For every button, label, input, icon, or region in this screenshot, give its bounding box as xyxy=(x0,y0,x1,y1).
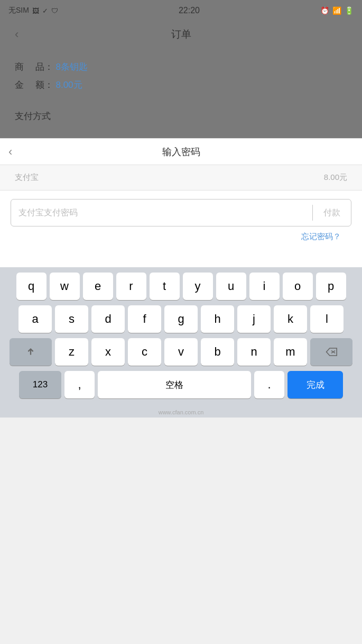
key-w[interactable]: w xyxy=(50,273,80,300)
carrier-label: 无SIM xyxy=(8,6,29,15)
password-modal: ‹ 输入密码 支付宝 8.00元 付款 忘记密码？ xyxy=(0,138,362,267)
space-key[interactable]: 空格 xyxy=(98,371,251,398)
password-back-button[interactable]: ‹ xyxy=(8,145,12,159)
battery-icon: 🔋 xyxy=(345,6,354,15)
image-icon: 🖼 xyxy=(32,7,39,15)
modal-amount-row xyxy=(0,253,362,267)
password-nav: ‹ 输入密码 xyxy=(0,139,362,165)
key-l[interactable]: l xyxy=(310,305,344,333)
status-time: 22:20 xyxy=(179,6,200,15)
key-f[interactable]: f xyxy=(128,305,161,333)
key-k[interactable]: k xyxy=(274,305,307,333)
payment-method-label: 支付方式 xyxy=(15,110,347,122)
key-y[interactable]: y xyxy=(183,273,213,300)
clock-icon: ⏰ xyxy=(320,6,329,15)
status-bar: 无SIM 🖼 ✓ 🛡 22:20 ⏰ 📶 🔋 xyxy=(0,0,362,21)
order-nav: ‹ 订单 xyxy=(15,21,347,48)
period-key[interactable]: . xyxy=(254,371,284,398)
pay-button[interactable]: 付款 xyxy=(313,207,351,219)
order-title: 订单 xyxy=(171,28,191,41)
shift-key[interactable] xyxy=(10,338,52,366)
key-x[interactable]: x xyxy=(91,338,125,366)
check-icon: ✓ xyxy=(42,7,48,15)
product-row: 商 品： 8条钥匙 xyxy=(15,58,347,76)
key-c[interactable]: c xyxy=(128,338,161,366)
status-left: 无SIM 🖼 ✓ 🛡 xyxy=(8,6,58,15)
key-i[interactable]: i xyxy=(249,273,280,300)
key-q[interactable]: q xyxy=(16,273,47,300)
numbers-key[interactable]: 123 xyxy=(19,371,61,398)
password-input-area: 付款 忘记密码？ xyxy=(0,191,362,253)
key-h[interactable]: h xyxy=(201,305,234,333)
password-field-wrapper: 付款 xyxy=(11,199,351,226)
key-m[interactable]: m xyxy=(274,338,307,366)
amount-label: 金 额： xyxy=(15,80,53,90)
key-e[interactable]: e xyxy=(83,273,113,300)
product-label: 商 品： xyxy=(15,62,53,72)
keyboard-row-2: a s d f g h j k l xyxy=(3,305,359,333)
key-v[interactable]: v xyxy=(164,338,198,366)
shield-icon: 🛡 xyxy=(51,7,58,15)
keyboard-row-4: 123 , 空格 . 完成 xyxy=(3,371,359,398)
keyboard-row-1: q w e r t y u i o p xyxy=(3,273,359,300)
watermark: www.cfan.com.cn xyxy=(0,407,362,418)
key-d[interactable]: d xyxy=(91,305,125,333)
key-b[interactable]: b xyxy=(201,338,234,366)
password-input[interactable] xyxy=(11,199,312,226)
delete-key[interactable] xyxy=(310,338,352,366)
keyboard-row-3: z x c v b n m xyxy=(3,338,359,366)
keyboard: q w e r t y u i o p a s d f g h j k l z … xyxy=(0,267,362,407)
key-o[interactable]: o xyxy=(283,273,313,300)
done-key[interactable]: 完成 xyxy=(287,371,343,398)
key-t[interactable]: t xyxy=(150,273,180,300)
key-g[interactable]: g xyxy=(164,305,198,333)
key-a[interactable]: a xyxy=(18,305,52,333)
product-value: 8条钥匙 xyxy=(55,62,87,72)
order-info: 商 品： 8条钥匙 金 额： 8.00元 xyxy=(15,58,347,94)
key-s[interactable]: s xyxy=(55,305,88,333)
key-z[interactable]: z xyxy=(55,338,88,366)
amount-value: 8.00元 xyxy=(55,80,82,90)
status-right: ⏰ 📶 🔋 xyxy=(320,6,354,15)
modal-summary-left: 支付宝 xyxy=(15,173,39,183)
modal-order-summary: 支付宝 8.00元 xyxy=(0,165,362,191)
comma-key[interactable]: , xyxy=(64,371,95,398)
key-j[interactable]: j xyxy=(237,305,271,333)
wifi-icon: 📶 xyxy=(332,6,341,15)
key-u[interactable]: u xyxy=(216,273,246,300)
modal-summary-right: 8.00元 xyxy=(324,173,347,183)
forgot-password-link[interactable]: 忘记密码？ xyxy=(11,226,351,245)
key-n[interactable]: n xyxy=(237,338,271,366)
password-title: 输入密码 xyxy=(162,146,200,158)
order-page: ‹ 订单 商 品： 8条钥匙 金 额： 8.00元 支付方式 xyxy=(0,21,362,138)
amount-row: 金 额： 8.00元 xyxy=(15,76,347,94)
key-r[interactable]: r xyxy=(116,273,146,300)
order-back-button[interactable]: ‹ xyxy=(15,28,18,41)
key-p[interactable]: p xyxy=(316,273,346,300)
